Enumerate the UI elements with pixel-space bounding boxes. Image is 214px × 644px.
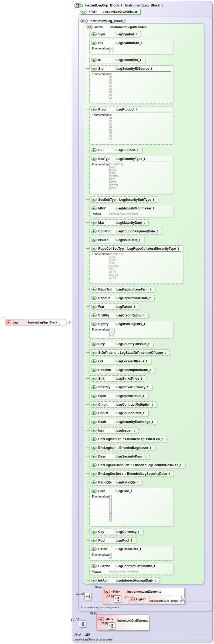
attribute-type: : LegLocaleOfIssue_t: [114, 359, 147, 363]
divider: [72, 632, 212, 632]
attribute-ccy[interactable]: ACcy: LegCurrency_t: [89, 529, 143, 535]
attribute-header: AProd: LegProduct_t: [90, 106, 173, 112]
attribute-sym[interactable]: ASym: LegSymbol_t: [89, 31, 141, 37]
attribute-name: Exch: [98, 420, 113, 424]
attribute-enclegissrlen[interactable]: AEncLegIssrLen: EncodedLegIssuerLen_t: [89, 436, 167, 442]
attribute-csetmo[interactable]: ACSetMo: LegContractSettlMonth_tPattern[…: [89, 563, 173, 575]
attribute-lcl[interactable]: ALcl: LegLocaleOfIssue_t: [89, 358, 151, 364]
attribute-type: : LegRepurchaseTerm_t: [114, 288, 151, 291]
facet-value: [4]: [109, 504, 112, 507]
attribute-cfi[interactable]: ACFI: LegCFICode_t: [89, 147, 142, 153]
attribute-enclegsecdesc[interactable]: AEncLegSecDesc: EncodedLegSecurityDesc_t: [89, 471, 174, 477]
attribute-issr[interactable]: AIssr: LegIssuer_t: [89, 427, 139, 433]
attribute-cpnrt[interactable]: ACpnRt: LegCouponRate_t: [89, 410, 148, 416]
expand-icon[interactable]: +: [182, 598, 185, 601]
facet-section: Pattern[\d{4}(0|1)\d([0-3wW]\d)?]: [91, 211, 171, 217]
facet-section: Enumerations[WI][CD]: [91, 46, 171, 54]
attribute-intacrl[interactable]: AIntAcrl: LegInterestAccrualDate_t: [89, 577, 160, 583]
attribute-repocollsectyp[interactable]: ARepoCollSecTyp: LegRepoCollateralSecuri…: [89, 245, 183, 284]
attribute-header: AMMY: LegMaturityMonthYear_t: [90, 205, 173, 211]
attribute-name: CpnRt: [98, 411, 113, 415]
attribute-sectyp[interactable]: ASecTyp: LegSecurityType_tEnumerations[E…: [89, 156, 173, 194]
attribute-type: : LegSecurityExchange_t: [114, 420, 153, 424]
sequence-icon[interactable]: [79, 620, 86, 628]
attribute-icon: A: [91, 322, 97, 326]
attribute-strk[interactable]: AStrk: LegStrikePrice_t: [89, 375, 146, 382]
attribute-header: ARepoTrm: LegRepurchaseTerm_t: [90, 286, 155, 292]
attribute-ratioqty[interactable]: ARatioQty: LegRatioQty_t: [89, 479, 142, 485]
attribute-ctry[interactable]: ACtry: LegCountryOfIssue_t: [89, 341, 153, 347]
attribute-header: AEncLegSecDescLen: EncodedLegSecurityDes…: [90, 462, 185, 468]
attribute-type: : LegRatioQty_t: [114, 481, 138, 484]
attribute-redeem[interactable]: ARedeem: LegRedemptionDate_t: [89, 367, 155, 373]
attribute-cmult[interactable]: ACmult: LegContractMultiplier_t: [89, 401, 157, 408]
attribute-id[interactable]: AID: LegSecurityID_t: [89, 57, 145, 63]
attributegroup-instrumentlegattributes[interactable]: AG <Ref> : InstrumentLegAttributes ASym:…: [84, 23, 204, 584]
facet-value: [7]: [109, 131, 112, 134]
attribute-issued[interactable]: AIssued: LegIssueDate_t: [89, 237, 144, 243]
group-ref-instrumentlegelements[interactable]: G <Ref> : InstrumentLegElements [1]..[1]…: [102, 588, 185, 604]
attribute-icon: A: [91, 579, 97, 582]
element-leg[interactable]: E Leg : InstrmtLegGrp_Block_t: [5, 319, 66, 325]
attribute-src[interactable]: ASrc: LegSecurityIDSource_tEnumerations[…: [89, 65, 173, 104]
attribute-repotrm[interactable]: ARepoTrm: LegRepurchaseTerm_t: [89, 286, 155, 292]
facet-value: [2]: [109, 75, 112, 78]
facet-value: [BIC]: [109, 328, 115, 331]
attribute-icon: A: [91, 368, 97, 372]
attribute-rgstry[interactable]: ARgstry: LegInstrRegistry_tEnumerations[…: [89, 321, 173, 338]
facet-label: Enumerations: [92, 72, 109, 102]
collapse-handle[interactable]: [66, 321, 70, 323]
attribute-storprovnc[interactable]: AStOrProvnc: LegStateOrProvinceOfIssue_t: [89, 349, 170, 356]
element-icon: E: [130, 598, 135, 601]
attribute-cpnpmt[interactable]: ACpnPmt: LegCouponPaymentDate_t: [89, 228, 162, 234]
attribute-crdrtg[interactable]: ACrdRtg: LegCreditRating_t: [89, 312, 148, 318]
attribute-name: Fctr: [98, 305, 113, 309]
attribute-sfx[interactable]: ASfx: LegSymbolSfx_tEnumerations[WI][CD]: [89, 40, 173, 54]
final-row: Final 255: [74, 633, 90, 636]
attribute-prod[interactable]: AProd: LegProduct_tEnumerations[1][2][3]…: [89, 106, 173, 145]
attribute-icon: A: [91, 437, 97, 441]
element-legaid[interactable]: E LegAID : LegSecAltIDGrp_Block_t: [128, 596, 182, 603]
attribute-dated[interactable]: ADated: LegDatedDate_tEnumerations[1][2]: [89, 546, 173, 560]
attribute-secsubtyp[interactable]: ASecSubTyp: LegSecuritySubType_t: [89, 196, 158, 203]
attribute-enclegissr[interactable]: AEncLegIssr: EncodedLegIssuer_t: [89, 445, 155, 451]
ref-name: <Ref>: [94, 25, 107, 29]
attribute-mmy[interactable]: AMMY: LegMaturityMonthYear_tPattern[\d{4…: [89, 205, 173, 217]
group-ref-instrmtleggrpelements[interactable]: G <Ref> : InstrmtLegGrpElements [1]..[1]: [96, 614, 149, 630]
attribute-mat[interactable]: AMat: LegMaturityDate_t: [89, 219, 149, 226]
facet-section: Enumerations[EUSUPRA][FAC][FADN][PEF][SU…: [91, 162, 171, 194]
attribute-name: Side: [98, 489, 113, 493]
attribute-name: Pool: [98, 539, 113, 542]
attribute-desc[interactable]: ADesc: LegSecurityDesc_t: [89, 453, 150, 459]
facet-value: [\d{4}(0|1)\d([0-3wW]\d)?]: [109, 570, 138, 573]
sequence-icon[interactable]: [114, 595, 121, 602]
facet-value: [CPP]: [109, 276, 123, 279]
attribute-icon: A: [91, 247, 97, 250]
attribute-icon: A: [91, 313, 97, 317]
attributegroup-ref-instrmtleggrpattributes[interactable]: AG <Ref> : InstrmtLegGrpAttributes: [79, 9, 141, 15]
attribute-fctr[interactable]: AFctr: LegFactor_t: [89, 303, 139, 310]
facet-value: [OPT]: [109, 181, 123, 183]
attribute-exch[interactable]: AExch: LegSecurityExchange_t: [89, 419, 157, 425]
facet-value: [6]: [109, 128, 112, 131]
connector-line: [102, 599, 114, 599]
sequence-icon[interactable]: [84, 593, 92, 600]
attribute-pool[interactable]: APool: LegPool_t: [89, 537, 136, 543]
attribute-list: ASym: LegSymbol_tASfx: LegSymbolSfx_tEnu…: [89, 31, 204, 583]
attribute-strkccy[interactable]: AStrkCcy: LegStrikeCurrency_t: [89, 384, 152, 390]
facet-value: [FADN]: [109, 169, 123, 172]
attribute-icon: A: [91, 58, 97, 62]
facet-value: [1]: [109, 72, 112, 75]
facet-value: [ZZ]: [109, 334, 115, 337]
sequence-icon[interactable]: [108, 622, 115, 629]
attribute-icon: A: [91, 564, 97, 568]
attribute-enclegsecdesclen[interactable]: AEncLegSecDescLen: EncodedLegSecurityDes…: [89, 462, 185, 468]
attribute-report[interactable]: ARepoRt: LegRepurchaseRate_t: [89, 295, 155, 301]
facet-value: [2]: [109, 556, 112, 559]
attribute-name: Prod: [98, 108, 113, 111]
attribute-name: EncLegSecDescLen: [98, 463, 129, 467]
attribute-opta[interactable]: AOptA: LegOptAttribute_t: [89, 393, 148, 399]
attribute-icon: A: [91, 489, 97, 493]
facet-value: [PEF]: [109, 172, 123, 175]
attribute-side[interactable]: ASide: LegSide_tEnumerations[1][2][3][4]…: [89, 488, 173, 526]
